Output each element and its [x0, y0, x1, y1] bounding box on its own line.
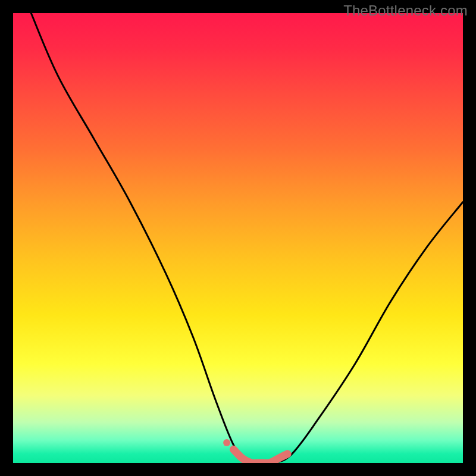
curve-layer: [31, 13, 463, 463]
watermark-text: TheBottleneck.com: [343, 2, 468, 19]
bottleneck-chart: [13, 13, 463, 463]
gradient-plot-area: [13, 13, 463, 463]
bottleneck-curve-path: [31, 13, 463, 463]
optimal-dot: [223, 439, 230, 446]
optimal-range-path: [233, 449, 287, 463]
